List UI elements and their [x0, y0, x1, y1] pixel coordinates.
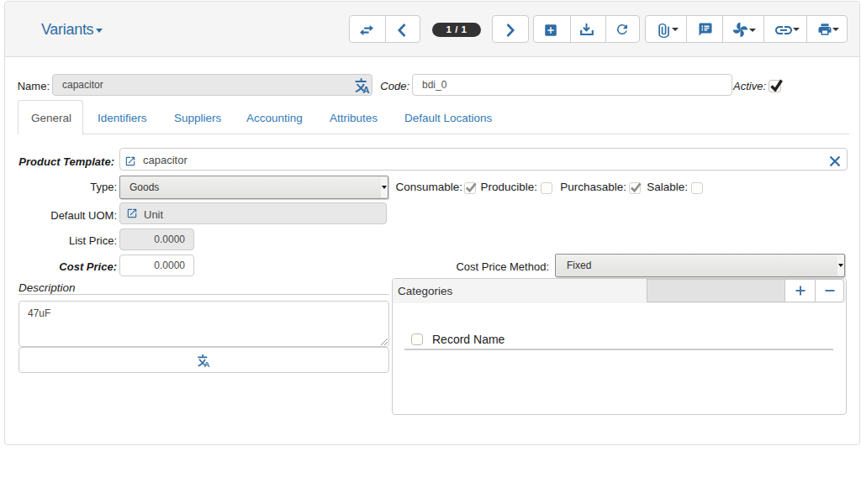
svg-text:A: A [204, 360, 210, 368]
